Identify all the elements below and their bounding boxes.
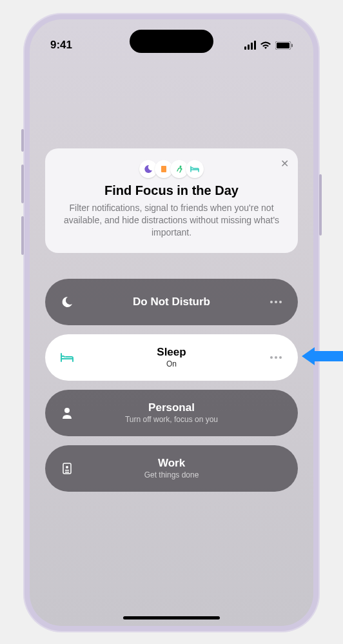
focus-subtitle: Turn off work, focus on you	[75, 415, 268, 424]
promo-icon-row	[61, 160, 282, 178]
more-icon[interactable]	[268, 301, 284, 303]
power-button	[319, 174, 322, 236]
svg-rect-3	[161, 166, 166, 172]
focus-subtitle: Get things done	[75, 470, 268, 479]
promo-card: ✕ Find Focus in the Day Filter notificat…	[45, 148, 298, 253]
focus-status: On	[75, 359, 268, 368]
volume-buttons	[21, 129, 24, 255]
bed-icon	[186, 160, 204, 178]
battery-icon	[275, 41, 293, 50]
svg-rect-1	[277, 43, 289, 48]
cellular-icon	[244, 41, 256, 50]
focus-label: Sleep	[75, 346, 268, 359]
svg-rect-9	[65, 472, 69, 473]
focus-item-personal[interactable]: Personal Turn off work, focus on you	[45, 390, 298, 436]
status-indicators	[244, 41, 293, 50]
moon-icon	[59, 296, 75, 308]
close-icon[interactable]: ✕	[280, 157, 289, 170]
focus-panel: ✕ Find Focus in the Day Filter notificat…	[30, 58, 313, 492]
home-indicator[interactable]	[123, 616, 220, 619]
more-icon[interactable]	[268, 356, 284, 359]
wifi-icon	[260, 41, 271, 50]
svg-point-7	[66, 466, 68, 468]
focus-label: Do Not Disturb	[75, 296, 268, 308]
status-time: 9:41	[50, 39, 72, 52]
focus-item-work[interactable]: Work Get things done	[45, 445, 298, 492]
focus-list: Do Not Disturb Sleep On	[45, 279, 298, 492]
focus-item-dnd[interactable]: Do Not Disturb	[45, 279, 298, 325]
phone-frame: 9:41 ✕ Find Focus in t	[23, 13, 320, 632]
svg-rect-8	[65, 470, 69, 471]
svg-rect-2	[291, 44, 293, 47]
callout-arrow	[300, 343, 343, 369]
badge-icon	[59, 462, 75, 475]
svg-point-5	[64, 408, 70, 413]
promo-description: Filter notifications, signal to friends …	[61, 202, 282, 239]
dynamic-island	[130, 30, 213, 53]
person-icon	[59, 407, 75, 419]
focus-label: Work	[75, 457, 268, 470]
focus-label: Personal	[75, 401, 268, 414]
promo-title: Find Focus in the Day	[61, 183, 282, 198]
bed-icon	[59, 351, 75, 364]
focus-item-sleep[interactable]: Sleep On	[45, 334, 298, 381]
svg-point-4	[180, 166, 182, 168]
screen: 9:41 ✕ Find Focus in t	[30, 19, 313, 626]
